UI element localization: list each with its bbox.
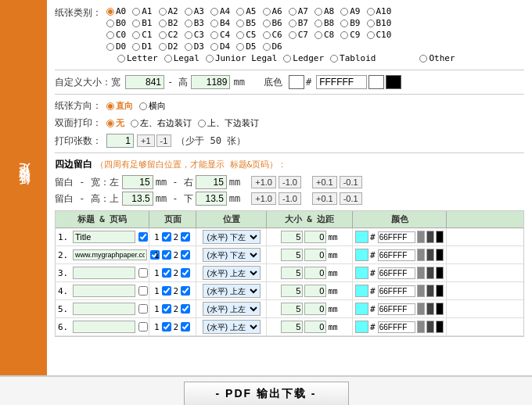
radio-c9[interactable]: C9 xyxy=(340,30,360,40)
radio-d1[interactable]: D1 xyxy=(132,41,152,52)
row2-check2[interactable] xyxy=(181,250,190,260)
radio-duplex-lr[interactable]: 左、右边装订 xyxy=(131,117,192,129)
radio-c3[interactable]: C3 xyxy=(185,30,204,40)
row6-hex-input[interactable] xyxy=(378,321,415,333)
row3-position-select[interactable]: (水平) 上左 xyxy=(203,266,261,280)
radio-b4[interactable]: B4 xyxy=(210,18,230,28)
row2-title-input[interactable] xyxy=(73,249,147,260)
radio-duplex-tb[interactable]: 上、下边装订 xyxy=(198,117,259,129)
radio-b9[interactable]: B9 xyxy=(340,18,360,28)
row4-title-input[interactable] xyxy=(73,285,135,297)
row4-color-gray[interactable] xyxy=(417,285,425,297)
row3-margin-input[interactable] xyxy=(304,267,326,279)
radio-a3[interactable]: A3 xyxy=(185,6,204,16)
row1-check1[interactable] xyxy=(162,232,171,242)
row6-margin-input[interactable] xyxy=(304,321,326,333)
radio-c1[interactable]: C1 xyxy=(132,30,152,40)
row2-color-black[interactable] xyxy=(436,249,444,261)
print-count-minus-btn[interactable]: -1 xyxy=(156,134,172,147)
radio-letter[interactable]: Letter xyxy=(117,53,158,63)
row3-color-swatch[interactable] xyxy=(355,267,368,279)
row2-color-gray[interactable] xyxy=(417,249,425,261)
row3-hex-input[interactable] xyxy=(378,267,415,279)
row3-title-input[interactable] xyxy=(73,267,135,279)
row1-margin-input[interactable] xyxy=(304,231,326,243)
radio-b8[interactable]: B8 xyxy=(315,18,334,28)
row2-check1[interactable] xyxy=(162,250,171,260)
radio-ledger[interactable]: Ledger xyxy=(283,53,324,63)
row1-position-select[interactable]: (水平) 下左 (水平) 上左 xyxy=(203,230,261,244)
margin-w-plus-btn[interactable]: +1.0 xyxy=(251,176,276,188)
row3-checkbox[interactable] xyxy=(138,268,148,278)
row4-position-select[interactable]: (水平) 上左 xyxy=(203,284,261,298)
print-count-input[interactable]: 1 xyxy=(106,134,134,148)
margin-top-input[interactable]: 13.5 xyxy=(122,192,153,206)
radio-a10[interactable]: A10 xyxy=(367,6,392,16)
radio-d0[interactable]: D0 xyxy=(106,41,126,52)
custom-height-input[interactable]: 1189 xyxy=(191,75,230,89)
row4-color-black[interactable] xyxy=(436,285,444,297)
margin-left-input[interactable]: 15 xyxy=(122,175,153,189)
margin-right-input[interactable]: 15 xyxy=(196,175,227,189)
margin-w-minus01-btn[interactable]: -0.1 xyxy=(340,176,362,188)
radio-d6[interactable]: D6 xyxy=(263,41,282,52)
radio-c7[interactable]: C7 xyxy=(289,30,308,40)
margin-w-plus01-btn[interactable]: +0.1 xyxy=(312,176,337,188)
radio-c5[interactable]: C5 xyxy=(236,30,256,40)
row5-check2[interactable] xyxy=(181,304,190,314)
radio-b0[interactable]: B0 xyxy=(106,18,126,28)
radio-b2[interactable]: B2 xyxy=(159,18,178,28)
row1-title-input[interactable] xyxy=(73,231,135,243)
row4-check2[interactable] xyxy=(181,286,190,296)
row6-color-gray[interactable] xyxy=(417,321,425,333)
custom-width-input[interactable]: 841 xyxy=(125,75,164,89)
radio-c2[interactable]: C2 xyxy=(159,30,178,40)
radio-a7[interactable]: A7 xyxy=(289,6,308,16)
row1-color-black[interactable] xyxy=(436,231,444,243)
radio-a5[interactable]: A5 xyxy=(236,6,256,16)
row1-color-swatch[interactable] xyxy=(355,231,368,243)
color-swatch-black[interactable] xyxy=(386,75,401,89)
row6-color-swatch[interactable] xyxy=(355,321,368,333)
row5-title-input[interactable] xyxy=(73,303,135,315)
radio-landscape[interactable]: 横向 xyxy=(139,100,166,112)
row3-color-gray[interactable] xyxy=(417,267,425,279)
row4-size-input[interactable] xyxy=(281,285,303,297)
radio-tabloid[interactable]: Tabloid xyxy=(330,53,376,63)
row5-checkbox[interactable] xyxy=(138,304,148,314)
row3-check2[interactable] xyxy=(181,268,190,278)
radio-c8[interactable]: C8 xyxy=(315,30,334,40)
radio-b7[interactable]: B7 xyxy=(289,18,308,28)
radio-d3[interactable]: D3 xyxy=(185,41,204,52)
row5-check1[interactable] xyxy=(162,304,171,314)
row5-size-input[interactable] xyxy=(281,303,303,315)
row1-size-input[interactable] xyxy=(281,231,303,243)
radio-b1[interactable]: B1 xyxy=(132,18,152,28)
row4-color-dgray[interactable] xyxy=(426,285,434,297)
row4-color-swatch[interactable] xyxy=(355,285,368,297)
pdf-download-button[interactable]: - PDF 输出下载 - xyxy=(184,382,349,405)
row2-position-select[interactable]: (水平) 下左 (水平) 上左 xyxy=(203,248,261,262)
radio-a0[interactable]: A0 xyxy=(106,6,126,16)
radio-c6[interactable]: C6 xyxy=(263,30,282,40)
row5-hex-input[interactable] xyxy=(378,303,415,315)
row5-color-black[interactable] xyxy=(436,303,444,315)
row6-check1[interactable] xyxy=(162,322,171,332)
row3-color-black[interactable] xyxy=(436,267,444,279)
row4-hex-input[interactable] xyxy=(378,285,415,297)
margin-h-minus01-btn[interactable]: -0.1 xyxy=(340,192,362,205)
row1-checkbox[interactable] xyxy=(138,232,148,242)
row1-hex-input[interactable] xyxy=(378,231,415,243)
radio-a1[interactable]: A1 xyxy=(132,6,152,16)
radio-d4[interactable]: D4 xyxy=(210,41,230,52)
row1-check2[interactable] xyxy=(181,232,190,242)
row5-margin-input[interactable] xyxy=(304,303,326,315)
print-count-plus-btn[interactable]: +1 xyxy=(137,134,155,147)
radio-d2[interactable]: D2 xyxy=(159,41,178,52)
row5-position-select[interactable]: (水平) 上左 xyxy=(203,302,261,316)
radio-a2[interactable]: A2 xyxy=(159,6,178,16)
margin-h-minus-btn[interactable]: -1.0 xyxy=(279,192,301,205)
row6-size-input[interactable] xyxy=(281,321,303,333)
row2-size-input[interactable] xyxy=(281,249,303,261)
radio-a8[interactable]: A8 xyxy=(315,6,334,16)
